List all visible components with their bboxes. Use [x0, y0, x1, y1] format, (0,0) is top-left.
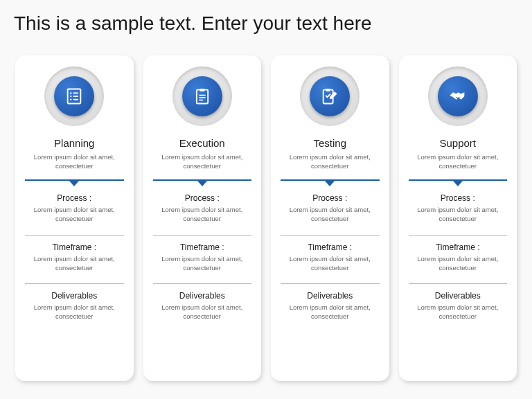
timeframe-section: Timeframe : Lorem ipsum dolor sit amet, … [25, 242, 124, 273]
timeframe-label: Timeframe : [153, 242, 252, 252]
deliverables-desc: Lorem ipsum dolor sit amet, consectetuer [409, 303, 508, 321]
timeframe-label: Timeframe : [409, 242, 508, 252]
timeframe-desc: Lorem ipsum dolor sit amet, consectetuer [281, 255, 380, 273]
timeframe-label: Timeframe : [25, 242, 124, 252]
process-label: Process : [409, 193, 508, 203]
icon-ring [172, 66, 232, 126]
deliverables-label: Deliverables [153, 291, 252, 301]
card-title: Testing [313, 137, 346, 149]
timeframe-desc: Lorem ipsum dolor sit amet, consectetuer [25, 255, 124, 273]
clipboard-icon [182, 76, 222, 116]
card-title: Support [439, 137, 476, 149]
deliverables-label: Deliverables [25, 291, 124, 301]
process-section: Process : Lorem ipsum dolor sit amet, co… [25, 193, 124, 224]
card-title: Execution [179, 137, 225, 149]
icon-ring [44, 66, 104, 126]
divider [25, 235, 124, 236]
card-desc: Lorem ipsum dolor sit amet, consectetuer [153, 153, 252, 171]
arrow-divider [409, 179, 508, 187]
svg-rect-7 [197, 90, 208, 104]
process-section: Process : Lorem ipsum dolor sit amet, co… [409, 193, 508, 224]
svg-point-3 [70, 96, 71, 97]
svg-point-5 [70, 99, 71, 100]
process-desc: Lorem ipsum dolor sit amet, consectetuer [281, 206, 380, 224]
handshake-icon [438, 76, 478, 116]
deliverables-label: Deliverables [409, 291, 508, 301]
divider [25, 283, 124, 284]
process-section: Process : Lorem ipsum dolor sit amet, co… [281, 193, 380, 224]
svg-rect-4 [73, 96, 78, 97]
deliverables-section: Deliverables Lorem ipsum dolor sit amet,… [281, 291, 380, 321]
divider [281, 235, 380, 236]
process-desc: Lorem ipsum dolor sit amet, consectetuer [153, 206, 252, 224]
process-label: Process : [153, 193, 252, 203]
clipboard-pen-icon [310, 76, 350, 116]
svg-point-1 [70, 92, 71, 94]
card-testing: Testing Lorem ipsum dolor sit amet, cons… [271, 55, 389, 381]
deliverables-desc: Lorem ipsum dolor sit amet, consectetuer [25, 303, 124, 321]
svg-rect-2 [73, 92, 78, 94]
card-desc: Lorem ipsum dolor sit amet, consectetuer [409, 153, 508, 171]
svg-rect-11 [199, 100, 203, 101]
divider [153, 283, 252, 284]
svg-rect-13 [326, 89, 330, 91]
card-row: Planning Lorem ipsum dolor sit amet, con… [0, 42, 532, 381]
svg-rect-9 [199, 95, 205, 96]
arrow-divider [25, 179, 124, 187]
process-desc: Lorem ipsum dolor sit amet, consectetuer [25, 206, 124, 224]
timeframe-label: Timeframe : [281, 242, 380, 252]
icon-ring [300, 66, 360, 126]
divider [409, 235, 508, 236]
arrow-divider [153, 179, 252, 187]
arrow-divider [281, 179, 380, 187]
divider [153, 235, 252, 236]
process-label: Process : [25, 193, 124, 203]
card-desc: Lorem ipsum dolor sit amet, consectetuer [25, 153, 124, 171]
deliverables-desc: Lorem ipsum dolor sit amet, consectetuer [281, 303, 380, 321]
timeframe-desc: Lorem ipsum dolor sit amet, consectetuer [409, 255, 508, 273]
page-title: This is a sample text. Enter your text h… [0, 0, 532, 42]
process-section: Process : Lorem ipsum dolor sit amet, co… [153, 193, 252, 224]
timeframe-section: Timeframe : Lorem ipsum dolor sit amet, … [409, 242, 508, 273]
card-execution: Execution Lorem ipsum dolor sit amet, co… [143, 55, 262, 381]
list-icon [54, 76, 94, 116]
svg-rect-8 [200, 89, 204, 91]
process-label: Process : [281, 193, 380, 203]
deliverables-section: Deliverables Lorem ipsum dolor sit amet,… [25, 291, 124, 321]
process-desc: Lorem ipsum dolor sit amet, consectetuer [409, 206, 508, 224]
divider [281, 283, 380, 284]
card-title: Planning [54, 137, 94, 149]
deliverables-section: Deliverables Lorem ipsum dolor sit amet,… [153, 291, 252, 321]
deliverables-desc: Lorem ipsum dolor sit amet, consectetuer [153, 303, 252, 321]
card-desc: Lorem ipsum dolor sit amet, consectetuer [281, 153, 380, 171]
svg-rect-6 [73, 99, 78, 100]
icon-ring [428, 66, 488, 126]
timeframe-section: Timeframe : Lorem ipsum dolor sit amet, … [281, 242, 380, 273]
card-planning: Planning Lorem ipsum dolor sit amet, con… [15, 55, 134, 381]
timeframe-desc: Lorem ipsum dolor sit amet, consectetuer [153, 255, 252, 273]
card-support: Support Lorem ipsum dolor sit amet, cons… [399, 55, 517, 381]
svg-rect-10 [199, 97, 205, 98]
deliverables-section: Deliverables Lorem ipsum dolor sit amet,… [409, 291, 508, 321]
divider [409, 283, 508, 284]
timeframe-section: Timeframe : Lorem ipsum dolor sit amet, … [153, 242, 252, 273]
deliverables-label: Deliverables [281, 291, 380, 301]
